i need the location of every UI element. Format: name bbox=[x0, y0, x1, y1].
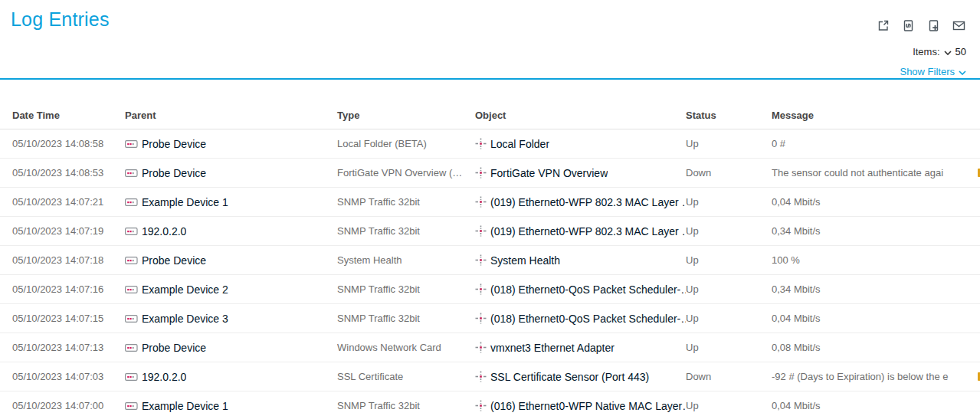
table-row: 05/10/2023 14:07:21 Example Device 1 SNM… bbox=[0, 188, 980, 217]
message-cell: -92 # (Days to Expiration) is below the … bbox=[772, 371, 980, 382]
table-row: 05/10/2023 14:08:53 Probe Device FortiGa… bbox=[0, 159, 980, 188]
datetime-cell: 05/10/2023 14:07:00 bbox=[12, 400, 125, 411]
message-cell: 0,04 Mbit/s bbox=[772, 313, 980, 324]
column-header-type[interactable]: Type bbox=[337, 110, 475, 121]
object-sensor-link[interactable]: (016) Ethernet0-WFP Native MAC Layer… bbox=[475, 400, 686, 412]
datetime-cell: 05/10/2023 14:07:21 bbox=[12, 196, 125, 208]
object-sensor-link[interactable]: SSL Certificate Sensor (Port 443) bbox=[475, 371, 686, 383]
object-sensor-label: (018) Ethernet0-QoS Packet Scheduler-… bbox=[490, 313, 686, 325]
table-row: 05/10/2023 14:07:18 Probe Device System … bbox=[0, 246, 980, 275]
table-row: 05/10/2023 14:07:00 Example Device 1 SNM… bbox=[0, 391, 980, 416]
message-cell: 0,04 Mbit/s bbox=[772, 400, 980, 411]
file-add-icon[interactable] bbox=[926, 18, 941, 33]
parent-device-label: Example Device 3 bbox=[142, 313, 228, 325]
sensor-icon bbox=[475, 400, 487, 411]
object-sensor-link[interactable]: Local Folder bbox=[475, 138, 686, 150]
status-cell: Up bbox=[686, 138, 772, 149]
object-sensor-label: SSL Certificate Sensor (Port 443) bbox=[490, 371, 649, 383]
type-cell: FortiGate VPN Overview (… bbox=[337, 167, 475, 179]
open-external-icon[interactable] bbox=[876, 18, 890, 33]
parent-device-label: Example Device 2 bbox=[142, 283, 228, 296]
accent-divider bbox=[0, 78, 980, 80]
object-sensor-link[interactable]: (018) Ethernet0-QoS Packet Scheduler-… bbox=[475, 283, 686, 296]
object-sensor-label: (019) Ethernet0-WFP 802.3 MAC Layer … bbox=[490, 225, 686, 237]
status-cell: Up bbox=[686, 196, 772, 208]
log-entries-table: Date Time Parent Type Object Status Mess… bbox=[0, 101, 980, 416]
parent-device-label: Probe Device bbox=[142, 342, 206, 354]
column-header-message[interactable]: Message bbox=[772, 110, 980, 121]
object-sensor-label: Local Folder bbox=[490, 138, 549, 150]
column-header-datetime[interactable]: Date Time bbox=[12, 110, 125, 121]
column-header-status[interactable]: Status bbox=[686, 110, 772, 121]
parent-device-link[interactable]: Probe Device bbox=[125, 254, 337, 267]
object-sensor-label: vmxnet3 Ethernet Adapter bbox=[490, 342, 615, 354]
status-cell: Up bbox=[686, 254, 772, 266]
table-row: 05/10/2023 14:07:03 192.0.2.0 SSL Certif… bbox=[0, 362, 980, 391]
message-cell: 0 # bbox=[772, 138, 980, 149]
type-cell: Windows Network Card bbox=[337, 342, 475, 353]
parent-device-label: Example Device 1 bbox=[142, 196, 228, 208]
datetime-cell: 05/10/2023 14:08:53 bbox=[12, 167, 125, 179]
parent-device-link[interactable]: 192.0.2.0 bbox=[125, 371, 337, 383]
table-row: 05/10/2023 14:07:15 Example Device 3 SNM… bbox=[0, 304, 980, 333]
chevron-down-icon bbox=[944, 46, 952, 57]
device-icon bbox=[125, 285, 138, 294]
device-icon bbox=[125, 198, 138, 207]
device-icon bbox=[125, 314, 138, 323]
datetime-cell: 05/10/2023 14:07:18 bbox=[12, 254, 125, 266]
message-cell: 0,08 Mbit/s bbox=[772, 342, 980, 353]
object-sensor-link[interactable]: (019) Ethernet0-WFP 802.3 MAC Layer … bbox=[475, 196, 686, 208]
xml-export-icon[interactable] bbox=[901, 18, 916, 33]
device-icon bbox=[125, 169, 138, 178]
datetime-cell: 05/10/2023 14:08:58 bbox=[12, 138, 125, 149]
parent-device-link[interactable]: Probe Device bbox=[125, 342, 337, 354]
status-cell: Up bbox=[686, 342, 772, 353]
column-header-parent[interactable]: Parent bbox=[125, 110, 337, 121]
object-sensor-link[interactable]: System Health bbox=[475, 254, 686, 267]
status-cell: Up bbox=[686, 283, 772, 295]
type-cell: SNMP Traffic 32bit bbox=[337, 283, 475, 295]
page-title: Log Entries bbox=[11, 8, 110, 31]
parent-device-link[interactable]: Probe Device bbox=[125, 167, 337, 179]
type-cell: SNMP Traffic 32bit bbox=[337, 400, 475, 411]
status-cell: Down bbox=[686, 167, 772, 179]
type-cell: SNMP Traffic 32bit bbox=[337, 313, 475, 324]
sensor-icon bbox=[475, 313, 487, 324]
email-icon[interactable] bbox=[952, 18, 966, 33]
message-cell: 0,34 Mbit/s bbox=[772, 225, 980, 237]
parent-device-link[interactable]: Example Device 1 bbox=[125, 400, 337, 412]
items-count: 50 bbox=[955, 46, 966, 57]
parent-device-link[interactable]: Example Device 2 bbox=[125, 283, 337, 296]
show-filters-label: Show Filters bbox=[900, 66, 955, 77]
status-cell: Up bbox=[686, 313, 772, 324]
device-icon bbox=[125, 227, 138, 236]
object-sensor-link[interactable]: vmxnet3 Ethernet Adapter bbox=[475, 342, 686, 354]
log-entries-page: Log Entries bbox=[0, 0, 980, 416]
object-sensor-link[interactable]: (019) Ethernet0-WFP 802.3 MAC Layer … bbox=[475, 225, 686, 237]
parent-device-link[interactable]: Example Device 3 bbox=[125, 313, 337, 325]
sensor-icon bbox=[475, 196, 487, 208]
parent-device-link[interactable]: Example Device 1 bbox=[125, 196, 337, 208]
parent-device-label: 192.0.2.0 bbox=[142, 371, 186, 383]
status-cell: Up bbox=[686, 400, 772, 411]
device-icon bbox=[125, 401, 138, 411]
object-sensor-link[interactable]: FortiGate VPN Overview bbox=[475, 167, 686, 179]
object-sensor-link[interactable]: (018) Ethernet0-QoS Packet Scheduler-… bbox=[475, 313, 686, 325]
message-cell: 0,34 Mbit/s bbox=[772, 283, 980, 295]
show-filters-link[interactable]: Show Filters bbox=[900, 66, 966, 77]
parent-device-link[interactable]: 192.0.2.0 bbox=[125, 225, 337, 237]
object-sensor-label: System Health bbox=[490, 254, 560, 267]
type-cell: Local Folder (BETA) bbox=[337, 138, 475, 149]
items-label: Items: bbox=[913, 46, 939, 57]
type-cell: SNMP Traffic 32bit bbox=[337, 225, 475, 237]
type-cell: System Health bbox=[337, 254, 475, 266]
items-per-page-control[interactable]: Items: 50 bbox=[913, 46, 966, 57]
message-cell: 0,04 Mbit/s bbox=[772, 196, 980, 208]
parent-device-link[interactable]: Probe Device bbox=[125, 138, 337, 150]
parent-device-label: Example Device 1 bbox=[142, 400, 228, 412]
column-header-object[interactable]: Object bbox=[475, 110, 686, 121]
datetime-cell: 05/10/2023 14:07:03 bbox=[12, 371, 125, 382]
chevron-down-icon bbox=[959, 66, 966, 77]
status-cell: Down bbox=[686, 371, 772, 382]
parent-device-label: Probe Device bbox=[142, 138, 206, 150]
